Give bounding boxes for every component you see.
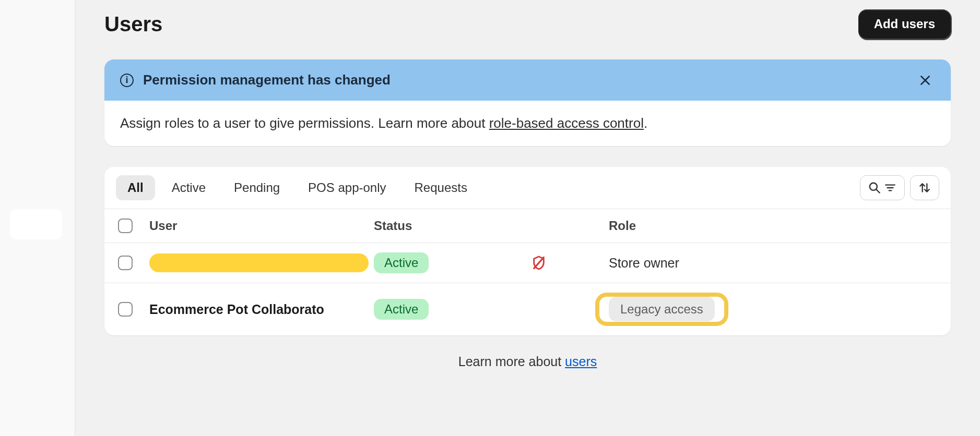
sidebar-active-item[interactable] bbox=[10, 209, 62, 239]
banner-body-link[interactable]: role-based access control bbox=[489, 115, 644, 131]
table-row[interactable]: Ecommerce Pot Collaborato Active Legacy … bbox=[104, 283, 951, 335]
tab-pending[interactable]: Pending bbox=[222, 175, 291, 200]
search-filter-button[interactable] bbox=[860, 175, 905, 200]
users-card: All Active Pending POS app-only Requests… bbox=[104, 167, 951, 335]
tab-all[interactable]: All bbox=[116, 175, 155, 200]
main-content: Users Add users i Permission management … bbox=[75, 0, 980, 436]
status-badge: Active bbox=[374, 252, 429, 273]
svg-line-1 bbox=[876, 189, 880, 193]
role-pill: Legacy access bbox=[609, 297, 715, 321]
banner-header: i Permission management has changed bbox=[104, 59, 951, 101]
row-checkbox[interactable] bbox=[118, 256, 133, 270]
search-icon bbox=[868, 181, 881, 195]
info-icon: i bbox=[120, 74, 134, 87]
add-users-button[interactable]: Add users bbox=[858, 9, 951, 39]
sort-button[interactable] bbox=[910, 175, 939, 200]
footer-prefix: Learn more about bbox=[458, 354, 565, 369]
role-text: Store owner bbox=[609, 256, 679, 271]
permission-banner: i Permission management has changed Assi… bbox=[104, 59, 951, 146]
table-header: User Status Role bbox=[104, 209, 951, 243]
role-highlight: Legacy access bbox=[595, 293, 728, 326]
footer-link[interactable]: users bbox=[565, 354, 597, 369]
tabs-row: All Active Pending POS app-only Requests bbox=[104, 167, 951, 209]
footer-text: Learn more about users bbox=[104, 354, 951, 369]
banner-body-text: Assign roles to a user to give permissio… bbox=[120, 115, 489, 131]
tab-pos-app-only[interactable]: POS app-only bbox=[297, 175, 397, 200]
column-role: Role bbox=[609, 219, 937, 233]
status-badge: Active bbox=[374, 299, 429, 320]
sort-icon bbox=[918, 181, 931, 195]
close-icon bbox=[918, 74, 932, 87]
tab-requests[interactable]: Requests bbox=[403, 175, 479, 200]
select-all-checkbox[interactable] bbox=[118, 219, 133, 233]
banner-body: Assign roles to a user to give permissio… bbox=[104, 101, 951, 146]
sidebar-partial bbox=[0, 0, 75, 436]
tab-active[interactable]: Active bbox=[160, 175, 217, 200]
column-user: User bbox=[149, 219, 374, 233]
user-name: Ecommerce Pot Collaborato bbox=[149, 302, 324, 317]
table-row[interactable]: Active Store owner bbox=[104, 243, 951, 283]
shield-off-icon bbox=[530, 255, 547, 271]
banner-title: Permission management has changed bbox=[143, 72, 391, 88]
page-title: Users bbox=[104, 13, 162, 36]
banner-body-suffix: . bbox=[644, 115, 647, 131]
row-checkbox[interactable] bbox=[118, 302, 133, 317]
column-status: Status bbox=[374, 219, 530, 233]
banner-close-button[interactable] bbox=[915, 70, 935, 90]
user-name-redacted bbox=[149, 253, 369, 272]
filter-icon bbox=[883, 181, 897, 195]
page-header: Users Add users bbox=[104, 9, 951, 39]
